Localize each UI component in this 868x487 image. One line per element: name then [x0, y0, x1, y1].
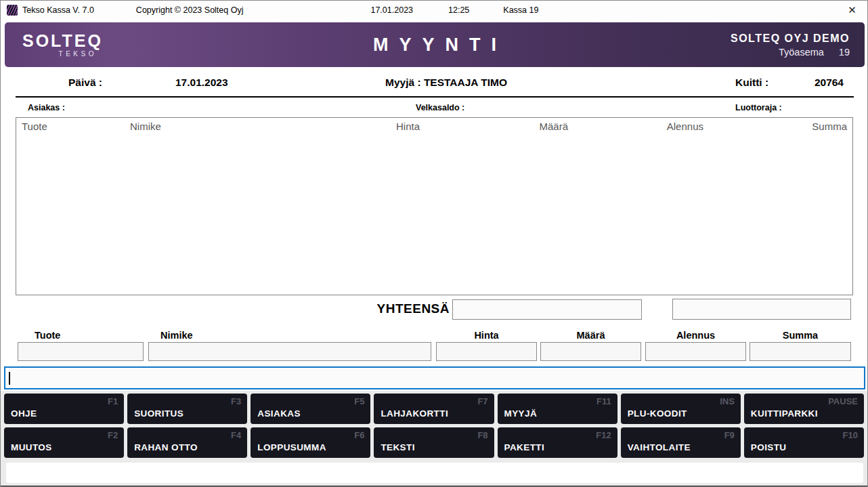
- alennus-input[interactable]: [645, 342, 746, 361]
- column-header-maara: Määrä: [420, 121, 568, 132]
- copyright-text: Copyright © 2023 Solteq Oyj: [136, 5, 244, 15]
- function-key-row-1: F1 OHJE F3 SUORITUS F5 ASIAKAS F7 LAHJAK…: [4, 394, 864, 424]
- teksti-button[interactable]: F8 TEKSTI: [374, 427, 494, 458]
- paketti-label: PAKETTI: [504, 442, 545, 452]
- pos-window: Tekso Kassa V. 7.0 Copyright © 2023 Solt…: [0, 0, 868, 487]
- poistu-button[interactable]: F10 POISTU: [744, 427, 864, 458]
- asiakas-button[interactable]: F5 ASIAKAS: [251, 394, 370, 424]
- titlebar-register: Kassa 19: [503, 5, 538, 15]
- sale-table-header: Tuote Nimike Hinta Määrä Alennus Summa: [16, 118, 852, 134]
- receipt-label: Kuitti :: [735, 77, 768, 89]
- ohje-button[interactable]: F1 OHJE: [4, 394, 124, 424]
- ohje-key-label: F1: [108, 396, 118, 406]
- total-value-box: [452, 299, 642, 320]
- entry-label-tuote: Tuote: [18, 330, 144, 341]
- column-header-nimike: Nimike: [130, 121, 345, 132]
- column-header-alennus: Alennus: [568, 121, 703, 132]
- app-header: SOLTEQ TEKSO MYYNTI SOLTEQ OYJ DEMO Työa…: [5, 22, 865, 67]
- suoritus-button[interactable]: F3 SUORITUS: [127, 394, 247, 424]
- muutos-label: MUUTOS: [11, 442, 52, 452]
- lahjakortti-label: LAHJAKORTTI: [381, 408, 448, 419]
- entry-label-summa: Summa: [750, 330, 851, 341]
- suoritus-label: SUORITUS: [134, 408, 183, 419]
- workstation-number: 19: [839, 47, 850, 58]
- summa-input[interactable]: [750, 342, 851, 361]
- maara-input[interactable]: [540, 342, 641, 361]
- divider-line: [16, 96, 854, 98]
- myyja-label: MYYJÄ: [504, 408, 538, 419]
- customer-label: Asiakas :: [28, 103, 65, 112]
- entry-label-nimike: Nimike: [148, 330, 431, 341]
- date-value: 17.01.2023: [175, 77, 228, 89]
- column-header-tuote: Tuote: [22, 121, 130, 132]
- loppusumma-label: LOPPUSUMMA: [257, 442, 326, 452]
- date-label: Päivä :: [68, 77, 102, 89]
- column-header-summa: Summa: [703, 121, 847, 132]
- store-name: SOLTEQ OYJ DEMO: [731, 33, 850, 45]
- workstation-info: Työasema19: [731, 47, 850, 58]
- teksti-key-label: F8: [477, 430, 487, 440]
- function-key-row-2: F2 MUUTOS F4 RAHAN OTTO F6 LOPPUSUMMA F8…: [4, 427, 864, 458]
- poistu-key-label: F10: [843, 430, 858, 440]
- kuittiparkki-label: KUITTIPARKKI: [751, 408, 818, 419]
- teksti-label: TEKSTI: [381, 442, 414, 452]
- store-info: SOLTEQ OYJ DEMO Työasema19: [731, 33, 850, 58]
- muutos-button[interactable]: F2 MUUTOS: [4, 427, 124, 458]
- total-label: YHTEENSÄ: [373, 301, 450, 316]
- lahjakortti-key-label: F7: [477, 396, 487, 406]
- entry-label-maara: Määrä: [540, 330, 641, 341]
- app-icon: [7, 5, 18, 16]
- muutos-key-label: F2: [108, 430, 118, 440]
- status-bar: [6, 463, 863, 483]
- myyja-key-label: F11: [596, 396, 611, 406]
- paketti-button[interactable]: F12 PAKETTI: [498, 427, 617, 458]
- debt-label: Velkasaldo :: [416, 103, 464, 112]
- close-button[interactable]: ✕: [837, 1, 867, 20]
- vaihtolaite-key-label: F9: [724, 430, 735, 440]
- entry-label-alennus: Alennus: [645, 330, 746, 341]
- plu-koodit-label: PLU-KOODIT: [628, 408, 687, 419]
- function-key-panel: F1 OHJE F3 SUORITUS F5 ASIAKAS F7 LAHJAK…: [1, 391, 867, 460]
- command-input[interactable]: [4, 366, 865, 389]
- titlebar-date: 17.01.2023: [370, 5, 413, 15]
- seller-label: Myyjä :: [385, 77, 421, 88]
- plu-koodit-button[interactable]: INS PLU-KOODIT: [621, 394, 741, 424]
- plu-koodit-key-label: INS: [720, 396, 735, 406]
- rahan-otto-key-label: F4: [231, 430, 241, 440]
- sale-lines-table: Tuote Nimike Hinta Määrä Alennus Summa: [16, 117, 853, 295]
- close-icon: ✕: [848, 4, 856, 16]
- rahan-otto-button[interactable]: F4 RAHAN OTTO: [127, 427, 247, 458]
- paketti-key-label: F12: [596, 430, 611, 440]
- secondary-total-box: [672, 299, 851, 320]
- vaihtolaite-button[interactable]: F9 VAIHTOLAITE: [621, 427, 741, 458]
- column-header-hinta: Hinta: [345, 121, 420, 132]
- loppusumma-key-label: F6: [354, 430, 364, 440]
- kuittiparkki-button[interactable]: PAUSE KUITTIPARKKI: [744, 394, 864, 424]
- hinta-input[interactable]: [436, 342, 537, 361]
- asiakas-key-label: F5: [354, 396, 364, 406]
- nimike-input[interactable]: [148, 342, 431, 361]
- receipt-value: 20764: [779, 77, 844, 89]
- kuittiparkki-key-label: PAUSE: [828, 396, 858, 406]
- seller-info: Myyjä : TESTAAJA TIMO: [385, 77, 507, 89]
- ohje-label: OHJE: [11, 408, 37, 419]
- titlebar: Tekso Kassa V. 7.0 Copyright © 2023 Solt…: [1, 1, 867, 20]
- text-cursor: [9, 372, 10, 385]
- entry-label-hinta: Hinta: [436, 330, 537, 341]
- vaihtolaite-label: VAIHTOLAITE: [628, 442, 691, 452]
- app-title: Tekso Kassa V. 7.0: [22, 5, 94, 15]
- myyja-button[interactable]: F11 MYYJÄ: [498, 394, 617, 424]
- suoritus-key-label: F3: [231, 396, 241, 406]
- asiakas-label: ASIAKAS: [257, 408, 301, 419]
- rahan-otto-label: RAHAN OTTO: [134, 442, 198, 452]
- workstation-label: Työasema: [779, 47, 824, 58]
- tuote-input[interactable]: [18, 342, 144, 361]
- credit-label: Luottoraja :: [735, 103, 782, 112]
- titlebar-time: 12:25: [448, 5, 469, 15]
- lahjakortti-button[interactable]: F7 LAHJAKORTTI: [374, 394, 494, 424]
- seller-value: TESTAAJA TIMO: [424, 77, 507, 88]
- poistu-label: POISTU: [751, 442, 787, 452]
- loppusumma-button[interactable]: F6 LOPPUSUMMA: [251, 427, 370, 458]
- status-strip: [1, 460, 867, 487]
